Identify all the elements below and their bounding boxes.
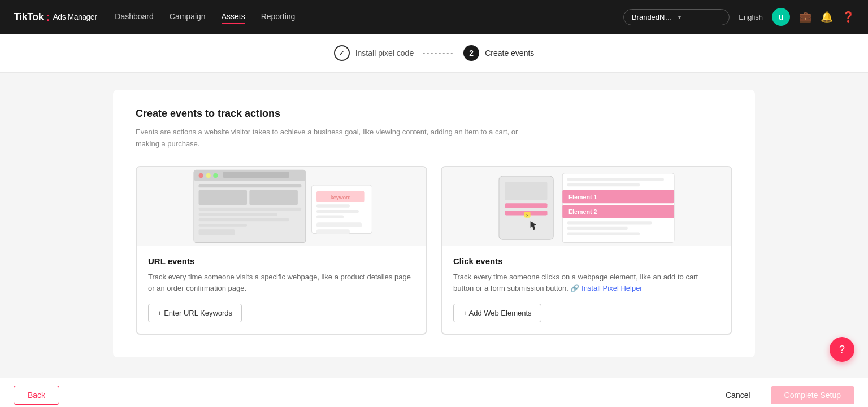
- svg-rect-31: [567, 183, 640, 186]
- svg-rect-13: [199, 229, 235, 235]
- stepper-bar: ✓ Install pixel code -------- 2 Create e…: [0, 34, 868, 73]
- url-card-desc: Track every time someone visits a specif…: [148, 272, 415, 295]
- svg-rect-11: [199, 218, 289, 221]
- svg-rect-17: [316, 204, 350, 207]
- svg-text:Element 2: Element 2: [568, 208, 597, 215]
- click-card-desc: Track every time someone clicks on a web…: [453, 272, 720, 295]
- chevron-down-icon: ▾: [678, 14, 721, 20]
- step2-label: Create events: [485, 49, 534, 58]
- svg-point-3: [206, 173, 211, 178]
- navbar: TikTok : Ads Manager Dashboard Campaign …: [0, 0, 868, 34]
- nav-campaign[interactable]: Campaign: [170, 10, 206, 24]
- svg-text:✕: ✕: [526, 212, 529, 217]
- brand-colon: :: [46, 11, 49, 24]
- back-button[interactable]: Back: [14, 386, 59, 405]
- brand-ads-text: Ads Manager: [53, 12, 97, 21]
- click-card-image: ✕ Element 1 Element 2: [442, 167, 731, 246]
- svg-rect-21: [316, 229, 350, 234]
- svg-rect-5: [223, 172, 289, 178]
- enter-url-keywords-button[interactable]: + Enter URL Keywords: [148, 304, 242, 322]
- svg-text:Element 1: Element 1: [568, 193, 597, 200]
- svg-rect-19: [316, 215, 344, 218]
- step1-label: Install pixel code: [355, 49, 414, 58]
- svg-rect-36: [567, 221, 652, 224]
- main-content: Create events to track actions Events ar…: [0, 73, 868, 378]
- svg-rect-24: [505, 203, 548, 208]
- account-selector[interactable]: BrandedNTagged Fashi... ▾: [623, 9, 730, 25]
- click-events-card: ✕ Element 1 Element 2: [441, 166, 732, 335]
- install-pixel-helper-link[interactable]: 🔗 Install Pixel Helper: [570, 284, 642, 292]
- bell-icon[interactable]: 🔔: [821, 11, 833, 23]
- svg-rect-7: [199, 190, 248, 205]
- svg-rect-6: [199, 184, 302, 187]
- step1-circle: ✓: [334, 45, 350, 61]
- svg-rect-9: [199, 207, 302, 210]
- content-card: Create events to track actions Events ar…: [113, 90, 755, 357]
- step-1: ✓ Install pixel code: [334, 45, 414, 61]
- nav-right: BrandedNTagged Fashi... ▾ English u 💼 🔔 …: [623, 8, 854, 26]
- brand-tiktok-text: TikTok: [14, 11, 44, 23]
- user-avatar[interactable]: u: [772, 8, 790, 26]
- click-card-title: Click events: [453, 256, 720, 266]
- svg-rect-8: [249, 190, 298, 205]
- svg-rect-38: [567, 232, 640, 235]
- svg-rect-23: [505, 182, 548, 200]
- svg-rect-30: [567, 178, 664, 181]
- brand-logo[interactable]: TikTok : Ads Manager: [14, 11, 97, 24]
- account-name: BrandedNTagged Fashi...: [632, 13, 675, 21]
- nav-links: Dashboard Campaign Assets Reporting: [115, 10, 605, 24]
- complete-setup-button[interactable]: Complete Setup: [771, 386, 854, 404]
- add-web-elements-button[interactable]: + Add Web Elements: [453, 304, 541, 322]
- url-events-card: keyword URL events Track every time some…: [136, 166, 427, 335]
- nav-reporting[interactable]: Reporting: [261, 10, 296, 24]
- help-bubble-icon: ?: [839, 344, 845, 356]
- url-card-body: URL events Track every time someone visi…: [137, 246, 426, 334]
- event-cards-row: keyword URL events Track every time some…: [136, 166, 732, 335]
- page-title: Create events to track actions: [136, 108, 732, 120]
- page-description: Events are actions a website visitor tak…: [136, 126, 542, 150]
- svg-text:keyword: keyword: [331, 194, 351, 200]
- svg-rect-10: [199, 213, 277, 216]
- nav-dashboard[interactable]: Dashboard: [115, 10, 154, 24]
- briefcase-icon[interactable]: 💼: [799, 11, 811, 23]
- svg-point-4: [213, 173, 218, 178]
- svg-rect-37: [567, 226, 628, 229]
- step2-circle: 2: [463, 45, 479, 61]
- svg-rect-18: [316, 210, 359, 213]
- step-2: 2 Create events: [463, 45, 534, 61]
- nav-assets[interactable]: Assets: [222, 10, 245, 24]
- language-selector[interactable]: English: [739, 13, 763, 21]
- step-divider: --------: [423, 49, 454, 57]
- page-footer: Back Cancel Complete Setup: [0, 378, 868, 407]
- footer-right: Cancel Complete Setup: [712, 386, 854, 404]
- help-bubble[interactable]: ?: [830, 337, 854, 362]
- help-icon[interactable]: ❓: [842, 11, 854, 23]
- svg-point-2: [199, 173, 204, 178]
- svg-rect-12: [199, 224, 248, 226]
- click-card-body: Click events Track every time someone cl…: [442, 246, 731, 334]
- url-card-image: keyword: [137, 167, 426, 246]
- url-card-title: URL events: [148, 256, 415, 266]
- cancel-button[interactable]: Cancel: [712, 386, 764, 404]
- svg-rect-20: [316, 222, 362, 227]
